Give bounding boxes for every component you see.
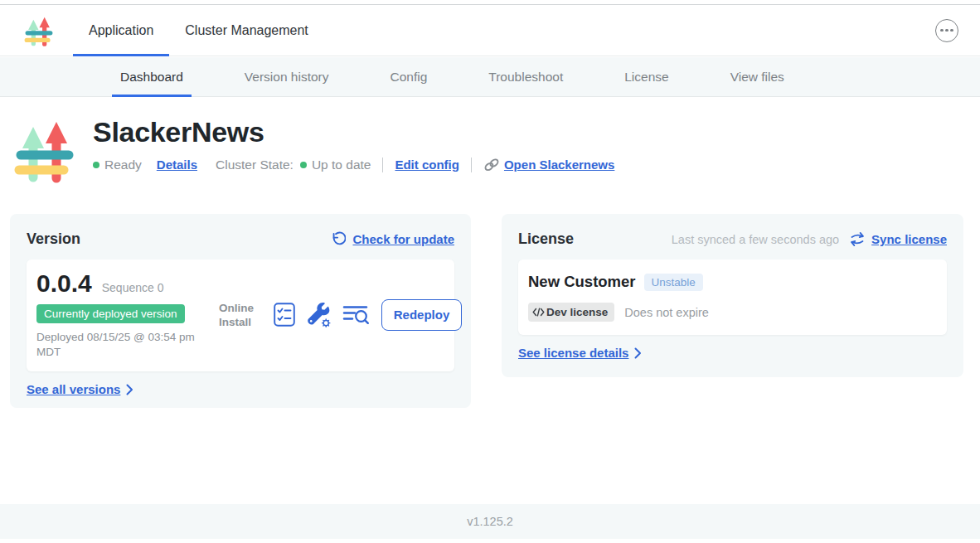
license-card-title: License (518, 230, 574, 248)
version-card: Version Check for update 0.0.4 Sequence … (10, 214, 471, 408)
app-status-row: Ready Details Cluster State: Up to date … (93, 157, 614, 172)
app-sub-nav: Dashboard Version history Config Trouble… (0, 57, 980, 97)
customer-name: New Customer (528, 273, 636, 291)
tab-application-label: Application (89, 23, 153, 38)
current-version-panel: 0.0.4 Sequence 0 Currently deployed vers… (27, 259, 454, 371)
ellipsis-icon (940, 29, 944, 32)
console-footer: v1.125.2 (0, 504, 980, 539)
channel-badge: Unstable (644, 274, 703, 291)
license-expiry-text: Does not expire (624, 306, 709, 319)
sync-arrows-icon (849, 231, 866, 247)
chevron-right-icon (126, 384, 133, 395)
version-number: 0.0.4 (36, 269, 92, 298)
app-status-text: Ready (104, 158, 142, 172)
cluster-state-value: Up to date (312, 158, 371, 172)
subnav-troubleshoot[interactable]: Troubleshoot (480, 57, 571, 96)
last-synced-text: Last synced a few seconds ago (672, 233, 839, 246)
admin-console-page: Application Cluster Management Dashboard… (0, 0, 980, 543)
app-header: SlackerNews Ready Details Cluster State:… (13, 115, 614, 185)
check-for-update-link[interactable]: Check for update (330, 231, 454, 247)
console-version-text: v1.125.2 (467, 515, 513, 528)
cluster-state-label: Cluster State: (216, 158, 294, 172)
see-license-details-link[interactable]: See license details (518, 346, 947, 360)
subnav-config[interactable]: Config (382, 57, 436, 96)
app-status-dot (93, 162, 99, 168)
more-options-button[interactable] (935, 19, 958, 42)
page-title: SlackerNews (93, 117, 614, 147)
redeploy-button[interactable]: Redeploy (381, 299, 462, 331)
subnav-license[interactable]: License (616, 57, 677, 96)
app-logo-icon (23, 14, 55, 47)
top-nav-bar: Application Cluster Management (0, 4, 980, 56)
sync-license-link[interactable]: Sync license (849, 231, 947, 247)
version-card-title: Version (27, 230, 80, 248)
code-icon (532, 308, 545, 317)
license-type-badge: Dev license (528, 303, 614, 322)
subnav-version-history[interactable]: Version history (236, 57, 337, 96)
app-logo-large (13, 115, 76, 185)
deployed-timestamp: Deployed 08/15/25 @ 03:54 pm MDT (36, 330, 219, 360)
tab-cluster-management-label: Cluster Management (185, 23, 308, 38)
cluster-state-dot (300, 162, 307, 168)
subnav-dashboard[interactable]: Dashboard (112, 57, 192, 96)
edit-config-link[interactable]: Edit config (395, 158, 459, 172)
subnav-view-files[interactable]: View files (722, 57, 793, 96)
install-type-label: Online Install (219, 301, 262, 329)
refresh-icon (330, 231, 346, 247)
divider (382, 158, 383, 172)
license-summary-panel: New Customer Unstable Dev license Does n… (518, 259, 947, 335)
preflight-checks-icon[interactable] (274, 303, 295, 327)
config-wrench-icon[interactable] (307, 303, 331, 327)
tab-cluster-management[interactable]: Cluster Management (169, 5, 324, 56)
sequence-label: Sequence 0 (102, 281, 164, 294)
tab-application[interactable]: Application (73, 5, 169, 56)
details-link[interactable]: Details (157, 158, 197, 172)
divider (471, 158, 472, 172)
open-app-link[interactable]: Open Slackernews (483, 157, 614, 172)
license-card: License Last synced a few seconds ago Sy… (502, 214, 963, 377)
chevron-right-icon (634, 347, 642, 359)
deployed-version-badge: Currently deployed version (36, 304, 185, 323)
view-diff-logs-icon[interactable] (342, 303, 370, 326)
see-all-versions-link[interactable]: See all versions (27, 382, 454, 396)
link-chain-icon (483, 157, 500, 172)
